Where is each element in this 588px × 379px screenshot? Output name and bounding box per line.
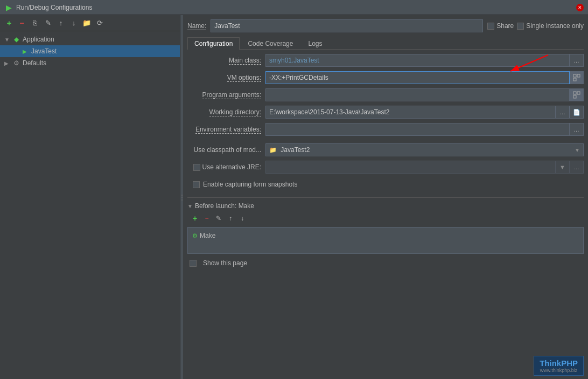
snapshots-row: Enable capturing form snapshots: [187, 178, 584, 191]
env-vars-input[interactable]: [265, 123, 570, 136]
main-class-row: Main class: …: [187, 54, 584, 67]
share-cb-box: [487, 23, 494, 30]
edit-button[interactable]: ✎: [42, 17, 54, 29]
move-up-button[interactable]: ↑: [55, 17, 67, 29]
expand-icon2: [573, 91, 580, 99]
program-args-expand-btn[interactable]: [570, 88, 584, 101]
application-icon: ◆: [12, 35, 20, 44]
make-label: Make: [200, 232, 215, 239]
vm-options-expand-btn[interactable]: [570, 71, 584, 84]
env-vars-btn[interactable]: …: [570, 123, 584, 136]
defaults-arrow: ▶: [4, 60, 10, 66]
show-page-label: Show this page: [203, 259, 247, 267]
main-container: + − ⎘ ✎ ↑ ↓ 📁 ⟳ ▼ ◆ Application ▶ JavaTe…: [0, 15, 588, 379]
program-args-label: Program arguments:: [187, 91, 265, 99]
jre-checkbox[interactable]: [193, 164, 200, 171]
snapshots-checkbox[interactable]: [193, 181, 200, 188]
classpath-row: Use classpath of mod... 📁 JavaTest2 ▼: [187, 143, 584, 156]
svg-rect-2: [573, 74, 576, 77]
svg-rect-5: [573, 92, 576, 94]
bl-remove-button[interactable]: −: [201, 213, 212, 224]
main-class-input[interactable]: [265, 54, 570, 67]
tab-code-coverage[interactable]: Code Coverage: [241, 37, 300, 50]
tree-toolbar: + − ⎘ ✎ ↑ ↓ 📁 ⟳: [0, 15, 180, 31]
snapshots-label: Enable capturing form snapshots: [203, 181, 297, 188]
right-panel: Name: Share Single instance only Configu…: [183, 15, 588, 379]
name-input[interactable]: [211, 19, 483, 32]
sort-button[interactable]: ⟳: [94, 17, 106, 29]
main-class-btn[interactable]: …: [570, 54, 584, 67]
expand-arrow: ▼: [4, 37, 10, 43]
configuration-tree: ▼ ◆ Application ▶ JavaTest ▶ ⚙ Defaults: [0, 31, 180, 379]
before-launch-toggle[interactable]: ▼: [187, 203, 193, 209]
classpath-label: Use classpath of mod...: [187, 146, 265, 154]
brand-url: www.thinkphp.biz: [540, 368, 578, 373]
watermark: ThinkPHP www.thinkphp.biz: [534, 356, 584, 376]
tree-item-defaults[interactable]: ▶ ⚙ Defaults: [0, 57, 180, 69]
tree-item-application[interactable]: ▼ ◆ Application: [0, 33, 180, 45]
module-icon: 📁: [269, 147, 277, 153]
bl-down-button[interactable]: ↓: [237, 213, 248, 224]
working-dir-icon-btn[interactable]: 📄: [570, 106, 584, 119]
bl-add-button[interactable]: +: [190, 213, 200, 224]
share-row: Share Single instance only: [487, 22, 584, 30]
before-launch-header: ▼ Before launch: Make: [187, 202, 584, 210]
name-label: Name:: [187, 22, 206, 30]
tree-item-javatest[interactable]: ▶ JavaTest: [0, 45, 180, 57]
program-args-input[interactable]: [265, 88, 570, 101]
close-button[interactable]: ✕: [576, 4, 584, 11]
tab-logs[interactable]: Logs: [301, 37, 329, 50]
env-vars-row: Environment variables: …: [187, 123, 584, 136]
vm-options-input[interactable]: [265, 71, 570, 84]
application-label: Application: [23, 36, 54, 43]
copy-button[interactable]: ⎘: [29, 17, 41, 29]
jre-input[interactable]: [265, 161, 556, 174]
svg-rect-3: [577, 74, 580, 77]
single-instance-cb-box: [517, 23, 524, 30]
jre-label: Use alternative JRE:: [202, 163, 261, 171]
name-row: Name: Share Single instance only: [187, 19, 584, 32]
single-instance-label: Single instance only: [526, 22, 584, 30]
window-title: Run/Debug Configurations: [16, 4, 576, 11]
run-icon: ▶: [20, 47, 29, 56]
working-dir-row: Working directory: … 📄: [187, 106, 584, 119]
working-dir-input[interactable]: [265, 106, 556, 119]
make-list: ⚙ Make: [187, 227, 584, 254]
jre-dropdown-btn[interactable]: ▼: [556, 161, 570, 174]
single-instance-checkbox[interactable]: Single instance only: [517, 22, 584, 30]
jre-row: Use alternative JRE: ▼ …: [187, 161, 584, 174]
remove-button[interactable]: −: [16, 17, 28, 29]
javatest-label: JavaTest: [31, 47, 57, 55]
share-checkbox[interactable]: Share: [487, 22, 514, 30]
vm-options-row: VM options:: [187, 71, 584, 84]
dropdown-arrow-icon: ▼: [575, 147, 580, 153]
working-dir-btn[interactable]: …: [556, 106, 570, 119]
vm-options-label: VM options:: [187, 74, 265, 81]
defaults-label: Defaults: [23, 59, 46, 67]
classpath-select[interactable]: 📁 JavaTest2 ▼: [265, 143, 584, 156]
expand-icon: [573, 74, 580, 81]
config-content: Main class: … VM options:: [187, 54, 584, 375]
titlebar: ▶ Run/Debug Configurations ✕: [0, 0, 588, 15]
bl-up-button[interactable]: ↑: [225, 213, 236, 224]
add-button[interactable]: +: [3, 17, 15, 29]
before-launch-title: Before launch: Make: [195, 202, 254, 210]
share-label: Share: [496, 22, 514, 30]
jre-more-btn[interactable]: …: [570, 161, 584, 174]
env-vars-label: Environment variables:: [187, 126, 265, 133]
svg-rect-6: [577, 92, 580, 94]
show-page-checkbox[interactable]: [190, 260, 197, 267]
tabs-bar: Configuration Code Coverage Logs: [187, 37, 584, 50]
program-args-row: Program arguments:: [187, 88, 584, 101]
move-down-button[interactable]: ↓: [68, 17, 80, 29]
bl-edit-button[interactable]: ✎: [213, 213, 224, 224]
before-launch-section: ▼ Before launch: Make + − ✎ ↑ ↓ ⚙ Make: [187, 197, 584, 254]
working-dir-label: Working directory:: [187, 108, 265, 116]
make-item: ⚙ Make: [190, 230, 581, 242]
folder-button[interactable]: 📁: [81, 17, 93, 29]
tab-configuration[interactable]: Configuration: [187, 37, 240, 50]
window-icon: ▶: [4, 3, 13, 12]
svg-rect-7: [573, 95, 576, 98]
left-panel: + − ⎘ ✎ ↑ ↓ 📁 ⟳ ▼ ◆ Application ▶ JavaTe…: [0, 15, 180, 379]
show-page-row: Show this page: [187, 259, 584, 267]
